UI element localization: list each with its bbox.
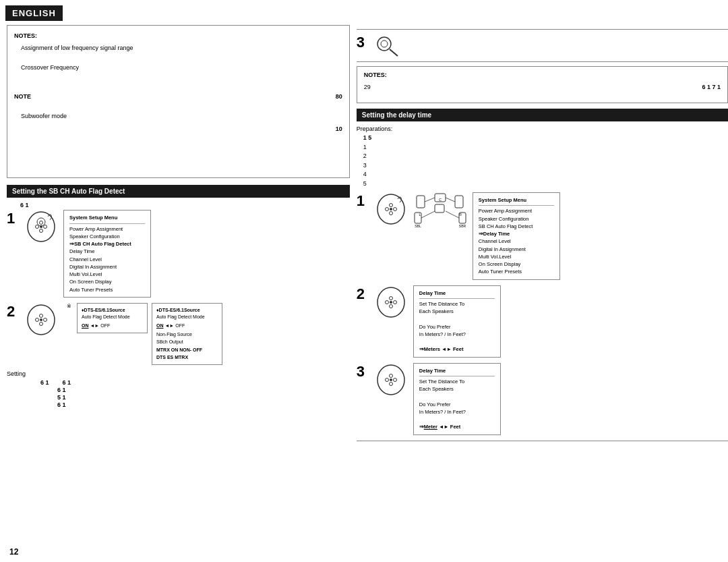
notes-ref-row: 29 6 1 7 1: [364, 83, 721, 92]
subwoofer-label: Subwoofer mode: [21, 111, 342, 121]
svg-rect-22: [417, 196, 425, 208]
remote-icon-step3-right: [374, 363, 408, 397]
svg-point-5: [40, 221, 43, 225]
right-column: 3 NOTES: 29 6 1 7 1 Setti: [357, 25, 728, 445]
crossover-label: Crossover Frequency: [21, 63, 342, 72]
delay-screen-step3: Delay Time Set The Distance To Each Spea…: [413, 363, 501, 435]
svg-line-28: [425, 198, 435, 202]
svg-point-1: [37, 218, 45, 226]
step3-right: 3 Delay Time Set The Distance To Eac: [357, 363, 728, 435]
hr-bottom-right: [357, 441, 728, 441]
setting-label: Setting: [7, 370, 350, 377]
svg-point-47: [389, 374, 392, 377]
notes-box-right: NOTES: 29 6 1 7 1: [357, 66, 728, 103]
svg-point-39: [393, 300, 396, 304]
svg-point-3: [44, 225, 47, 229]
step1-number-left: 1: [7, 211, 19, 226]
svg-rect-23: [455, 196, 463, 208]
svg-text:SBR: SBR: [459, 224, 466, 228]
notes-ref-right: 6 1 7 1: [702, 83, 721, 92]
svg-point-14: [381, 40, 388, 47]
step2-left: 2 ※ ♦DTS-ES/6.1So: [7, 303, 350, 366]
remote-icon-step1-left: [24, 210, 58, 244]
prep-title: Preparations:: [357, 125, 393, 132]
step2-content-right: Delay Time Set The Distance To Each Spea…: [374, 285, 728, 358]
notes-title-right: NOTES:: [364, 71, 721, 80]
ref-row3: 5 1: [40, 394, 350, 401]
svg-line-31: [446, 211, 459, 218]
speaker-diagram-right: L R C SBL SBR: [413, 192, 467, 229]
remote-icon-step1-right: [374, 192, 408, 226]
svg-point-9: [44, 318, 47, 321]
svg-point-6: [40, 225, 42, 228]
svg-text:L: L: [419, 213, 421, 217]
step1-left: 1: [7, 210, 350, 298]
left-column: NOTES: Assignment of low frequency signa…: [7, 25, 350, 445]
ref-row1: 6 1 6 1: [40, 379, 350, 386]
section-title-right: Setting the delay time: [357, 109, 728, 121]
svg-point-17: [385, 208, 388, 211]
svg-point-13: [377, 37, 391, 51]
step3-content-top: [374, 34, 728, 57]
svg-text:R: R: [459, 213, 462, 217]
svg-point-10: [40, 322, 43, 325]
svg-point-41: [389, 296, 392, 300]
ref-row2: 6 1: [40, 387, 350, 393]
subwoofer-value: 10: [14, 124, 342, 134]
svg-point-44: [385, 378, 388, 381]
step1-content-left: System Setup Menu Power Amp Assignment S…: [24, 210, 350, 298]
step1-right: 1: [357, 192, 728, 280]
hr-mid1: [357, 61, 728, 62]
menu-box-step1-right: System Setup Menu Power Amp Assignment S…: [473, 192, 560, 280]
svg-point-38: [385, 300, 388, 304]
step2-number-right: 2: [357, 287, 369, 302]
svg-point-45: [393, 378, 396, 381]
svg-point-18: [393, 208, 396, 211]
step3-top-right: 3: [357, 34, 728, 57]
step3-number-right: 3: [357, 364, 369, 379]
prep-steps: 1 5 1 2 3 4 5: [363, 134, 728, 188]
svg-point-12: [40, 318, 42, 321]
notes-line1: Assignment of low frequency signal range: [21, 43, 342, 53]
step2-number-left: 2: [7, 304, 19, 319]
language-header: ENGLISH: [5, 5, 63, 21]
svg-line-29: [446, 198, 455, 202]
asterisk-step2: ※: [67, 303, 71, 309]
step3-content-right: Delay Time Set The Distance To Each Spea…: [374, 363, 728, 435]
section-title-left: Setting the SB CH Auto Flag Detect: [7, 185, 350, 198]
step3-number-top: 3: [357, 35, 369, 50]
notes-title-left: NOTES:: [14, 31, 342, 40]
screen-box-1: ♦DTS-ES/6.1Source Auto Flag Detect Mode …: [77, 303, 148, 334]
hr-top: [357, 29, 728, 30]
svg-point-19: [389, 212, 392, 215]
ref-left-1: 6 1: [20, 202, 350, 208]
step2-content-left: ※ ♦DTS-ES/6.1Source Auto Flag Detect Mod…: [24, 303, 350, 366]
svg-point-4: [40, 229, 43, 233]
svg-point-46: [389, 382, 392, 385]
svg-point-21: [390, 208, 392, 210]
screen-boxes-step2: ♦DTS-ES/6.1Source Auto Flag Detect Mode …: [77, 303, 222, 366]
ref-row4: 6 1: [40, 401, 350, 408]
svg-line-15: [390, 49, 398, 56]
page-number: 12: [9, 547, 18, 557]
svg-point-2: [36, 225, 39, 229]
step1-content-right: L R C SBL SBR System Setup Menu Power Am…: [374, 192, 728, 280]
notes-box-left: NOTES: Assignment of low frequency signa…: [7, 25, 350, 178]
menu-box-step1-left: System Setup Menu Power Amp Assignment S…: [63, 210, 151, 298]
note-value: 80: [336, 92, 342, 101]
svg-point-40: [389, 304, 392, 308]
step2-right: 2 Delay Time Set The Distance To Eac: [357, 285, 728, 358]
svg-point-20: [389, 204, 392, 207]
svg-rect-25: [435, 204, 444, 213]
cursor-icon: [374, 34, 401, 57]
remote-icon-step2-right: [374, 285, 408, 319]
remote-icon-step2-left: [24, 303, 58, 337]
preparations: Preparations: 1 5 1 2 3 4 5: [357, 125, 728, 188]
svg-point-48: [390, 378, 392, 381]
svg-line-30: [421, 211, 435, 218]
svg-point-11: [40, 314, 43, 317]
svg-text:SBL: SBL: [415, 224, 421, 228]
svg-point-8: [36, 318, 39, 321]
notes-ref-left: 29: [364, 83, 371, 92]
delay-screen-step2: Delay Time Set The Distance To Each Spea…: [413, 285, 501, 358]
